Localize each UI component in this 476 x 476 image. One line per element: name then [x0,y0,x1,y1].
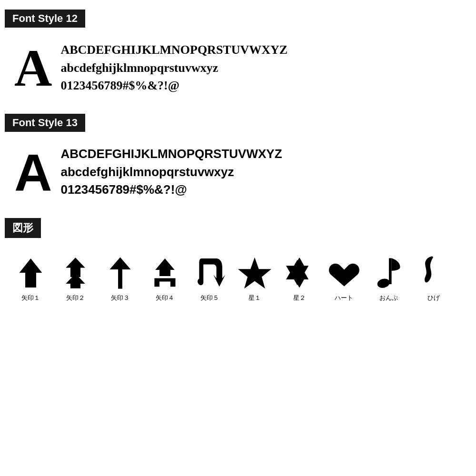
font13-line1: ABCDEFGHIJKLMNOPQRSTUVWXYZ [60,145,282,163]
font12-line2: abcdefghijklmnopqrstuvwxyz [60,59,288,77]
shape-mustache: ひげ [413,254,454,302]
font13-alphabet: ABCDEFGHIJKLMNOPQRSTUVWXYZ abcdefghijklm… [60,145,282,199]
star1-label: 星１ [248,294,261,302]
font-style-13-title: Font Style 13 [5,114,85,132]
font12-line3: 0123456789#$%&?!@ [60,77,288,95]
arrow5-label: 矢印５ [200,294,219,302]
svg-rect-13 [389,258,392,285]
shape-star2: 星２ [279,254,319,302]
mustache-icon [417,254,450,292]
font12-line1: ABCDEFGHIJKLMNOPQRSTUVWXYZ [60,41,288,59]
svg-point-12 [376,278,390,289]
shapes-grid: 矢印１ 矢印２ 矢印３ 矢印４ [5,247,471,309]
shapes-section: 図形 矢印１ 矢印２ 矢印３ [5,218,471,309]
music-label: おんぷ [379,294,398,302]
shape-arrow5: 矢印５ [189,254,230,302]
font13-line3: 0123456789#$%&?!@ [60,181,282,199]
shape-arrow2: 矢印２ [55,254,96,302]
arrow2-icon [59,254,92,292]
shape-arrow3: 矢印３ [100,254,140,302]
shape-music: おんぷ [368,254,409,302]
svg-rect-3 [118,268,122,288]
font13-line2: abcdefghijklmnopqrstuvwxyz [60,163,282,181]
heart-label: ハート [335,294,353,302]
svg-marker-2 [66,273,85,288]
mustache-label: ひげ [427,294,440,302]
font13-demo: A ABCDEFGHIJKLMNOPQRSTUVWXYZ abcdefghijk… [5,140,471,204]
shape-star1: 星１ [234,254,275,302]
heart-icon [327,254,361,292]
arrow3-label: 矢印３ [111,294,129,302]
svg-marker-4 [109,257,130,269]
arrow1-icon [14,254,48,292]
music-icon [372,254,406,292]
shapes-title: 図形 [5,218,41,238]
arrow1-label: 矢印１ [21,294,40,302]
font12-demo: A ABCDEFGHIJKLMNOPQRSTUVWXYZ abcdefghijk… [5,36,471,99]
arrow2-label: 矢印２ [66,294,85,302]
shape-heart: ハート [324,254,364,302]
star2-label: 星２ [293,294,306,302]
svg-marker-5 [155,258,175,276]
arrow3-icon [104,254,137,292]
font-style-12-title: Font Style 12 [5,10,85,28]
page: Font Style 12 A ABCDEFGHIJKLMNOPQRSTUVWX… [0,0,476,333]
font-style-12-section: Font Style 12 A ABCDEFGHIJKLMNOPQRSTUVWX… [5,10,471,99]
font-style-13-section: Font Style 13 A ABCDEFGHIJKLMNOPQRSTUVWX… [5,114,471,204]
svg-marker-0 [20,258,42,288]
font12-alphabet: ABCDEFGHIJKLMNOPQRSTUVWXYZ abcdefghijklm… [60,41,288,95]
svg-marker-6 [154,278,175,287]
arrow5-icon [193,254,227,292]
font12-big-letter: A [14,42,52,94]
shape-arrow4: 矢印４ [145,254,185,302]
arrow4-icon [149,254,182,292]
star2-icon [283,254,316,292]
svg-marker-7 [238,257,271,288]
star1-icon [238,254,271,292]
shape-arrow1: 矢印１ [10,254,51,302]
font13-big-letter: A [14,146,52,198]
arrow4-label: 矢印４ [156,294,174,302]
